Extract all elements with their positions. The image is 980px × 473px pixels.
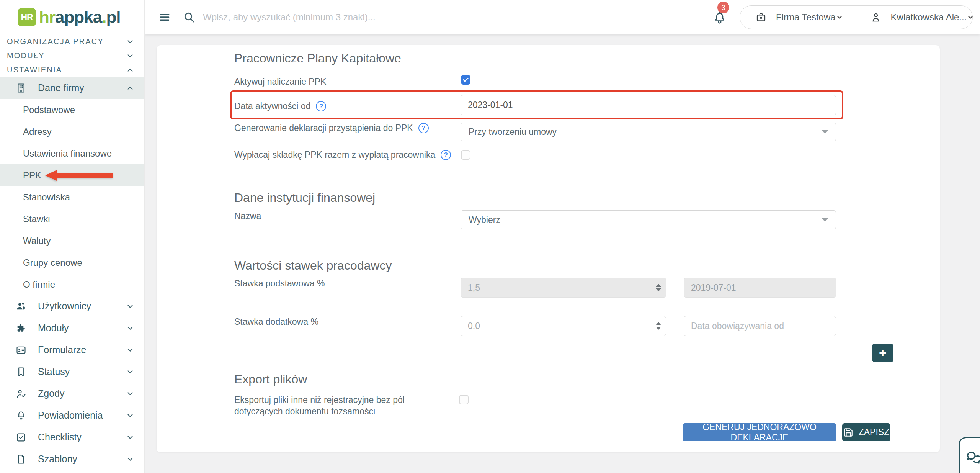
briefcase-icon (755, 11, 767, 23)
sidebar-item-podstawowe[interactable]: Podstawowe (0, 99, 144, 121)
number-spinner-icon[interactable] (656, 322, 661, 330)
app-screen: HR hrappka.pl ORGANIZACJA PRACY MODUŁY U… (0, 0, 980, 473)
chevron-up-icon (126, 66, 134, 74)
sidebar: HR hrappka.pl ORGANIZACJA PRACY MODUŁY U… (0, 0, 145, 473)
company-selector[interactable]: Firma Testowa (740, 6, 855, 29)
sidebar-item-label: Stawki (23, 214, 50, 224)
sidebar-item-o-firmie[interactable]: O firmie (0, 273, 144, 295)
base-rate-value: 1,5 (468, 283, 480, 293)
logo-text: hrappka.pl (39, 8, 121, 27)
chevron-down-icon (126, 455, 134, 463)
section-label: USTAWIENIA (7, 65, 62, 74)
sidebar-item-label: Moduły (38, 322, 69, 334)
hamburger-menu-icon[interactable] (158, 11, 171, 25)
puzzle-icon (16, 323, 26, 334)
sidebar-item-ustawienia-finansowe[interactable]: Ustawienia finansowe (0, 142, 144, 164)
search-input[interactable] (203, 9, 479, 25)
sidebar-item-label: Podstawowe (23, 105, 75, 115)
sidebar-item-label: PPK (23, 170, 41, 181)
institution-name-select[interactable]: Wybierz (461, 210, 836, 229)
save-button[interactable]: ZAPISZ (842, 423, 890, 441)
sidebar-item-label: Powiadomienia (38, 410, 103, 421)
chat-bubbles-icon (965, 449, 980, 467)
sidebar-item-label: Formularze (38, 344, 86, 355)
user-name: Kwiatkowska Ale... (891, 12, 967, 23)
sidebar-item-stawki[interactable]: Stawki (0, 208, 144, 230)
file-icon (16, 454, 26, 465)
sidebar-item-statusy[interactable]: Statusy (0, 361, 144, 383)
generate-declarations-button[interactable]: GENERUJ JEDNORAZOWO DEKLARACJE (683, 423, 836, 441)
save-button-label: ZAPISZ (859, 427, 890, 437)
sidebar-item-adresy[interactable]: Adresy (0, 121, 144, 142)
extra-rate-date-input[interactable] (684, 316, 836, 336)
export-checkbox[interactable] (459, 395, 469, 404)
add-rate-button[interactable]: + (872, 344, 893, 362)
sidebar-item-stanowiska[interactable]: Stanowiska (0, 186, 144, 208)
app-logo[interactable]: HR hrappka.pl (0, 0, 144, 34)
sidebar-section-organizacja-pracy[interactable]: ORGANIZACJA PRACY (0, 34, 144, 49)
chat-widget-button[interactable] (959, 437, 980, 473)
sidebar-item-ppk[interactable]: PPK (0, 164, 144, 186)
dropdown-caret-icon (822, 130, 828, 134)
sidebar-item-label: Adresy (23, 126, 52, 137)
payout-checkbox[interactable] (461, 150, 470, 160)
section-title-rates: Wartości stawek pracodawcy (234, 259, 392, 273)
base-rate-input: 1,5 (461, 278, 666, 298)
section-label: MODUŁY (7, 51, 45, 60)
sidebar-item-checklisty[interactable]: Checklisty (0, 426, 144, 448)
sidebar-item-powiadomienia[interactable]: Powiadomienia (0, 404, 144, 426)
sidebar-item-zgody[interactable]: Zgody (0, 383, 144, 404)
sidebar-item-waluty[interactable]: Waluty (0, 230, 144, 252)
notification-count-badge: 3 (717, 2, 729, 13)
sidebar-item-dane-firmy[interactable]: Dane firmy (0, 77, 144, 99)
institution-name-label: Nazwa (234, 211, 261, 221)
sidebar-item-label: Użytkownicy (38, 301, 91, 312)
help-icon[interactable]: ? (316, 101, 326, 111)
sidebar-item-label: O firmie (23, 279, 55, 290)
sidebar-item-label: Stanowiska (23, 192, 70, 203)
search-icon (183, 11, 195, 25)
ppk-settings-panel: Pracownicze Plany Kapitałowe Aktywuj nal… (157, 45, 940, 452)
export-label: Eksportuj pliki inne niż rejestracyjne b… (234, 394, 449, 417)
company-name: Firma Testowa (776, 12, 836, 23)
topbar: 3 Firma Testowa Kwiatkowska Ale... (145, 0, 980, 34)
activate-ppk-checkbox[interactable] (461, 75, 470, 85)
help-icon[interactable]: ? (418, 123, 429, 133)
declaration-label: Generowanie deklaracji przystąpienia do … (234, 123, 413, 133)
chevron-down-icon (126, 390, 134, 398)
sidebar-item-szablony[interactable]: Szablony (0, 448, 144, 470)
section-title-export: Export plików (234, 372, 307, 386)
sidebar-item-moduly[interactable]: Moduły (0, 317, 144, 339)
chevron-down-icon (126, 433, 134, 442)
section-title-institution: Dane instytucji finansowej (234, 191, 375, 205)
activate-ppk-label: Aktywuj naliczanie PPK (234, 77, 326, 87)
sidebar-item-label: Waluty (23, 236, 51, 246)
sidebar-section-ustawienia[interactable]: USTAWIENIA (0, 63, 144, 77)
checkbox-icon (16, 432, 26, 443)
section-label: ORGANIZACJA PRACY (7, 37, 104, 46)
user-selector[interactable]: Kwiatkowska Ale... (855, 6, 980, 29)
save-disk-icon (843, 427, 853, 437)
sidebar-item-label: Zgody (38, 388, 64, 399)
declaration-select[interactable]: Przy tworzeniu umowy (461, 123, 836, 141)
sidebar-section-moduly[interactable]: MODUŁY (0, 49, 144, 63)
bookmark-icon (16, 367, 26, 377)
sidebar-item-grupy-cenowe[interactable]: Grupy cenowe (0, 252, 144, 273)
users-gear-icon (16, 301, 26, 312)
chevron-down-icon (126, 38, 134, 46)
help-icon[interactable]: ? (441, 150, 451, 160)
sidebar-item-label: Szablony (38, 453, 77, 465)
extra-rate-label: Stawka dodatkowa % (234, 317, 318, 327)
sidebar-item-uzytkownicy[interactable]: Użytkownicy (0, 295, 144, 317)
sidebar-item-formularze[interactable]: Formularze (0, 339, 144, 361)
sidebar-item-label: Ustawienia finansowe (23, 148, 112, 159)
declaration-label-row: Generowanie deklaracji przystąpienia do … (234, 123, 429, 133)
extra-rate-input[interactable]: 0.0 (461, 316, 666, 336)
date-from-label: Data aktywności od (234, 101, 310, 111)
chevron-down-icon (126, 411, 134, 420)
chevron-down-icon (126, 368, 134, 376)
bell-icon (16, 410, 26, 421)
chevron-down-icon (126, 52, 134, 60)
date-from-input[interactable] (461, 95, 836, 115)
date-from-label-row: Data aktywności od ? (234, 101, 326, 111)
